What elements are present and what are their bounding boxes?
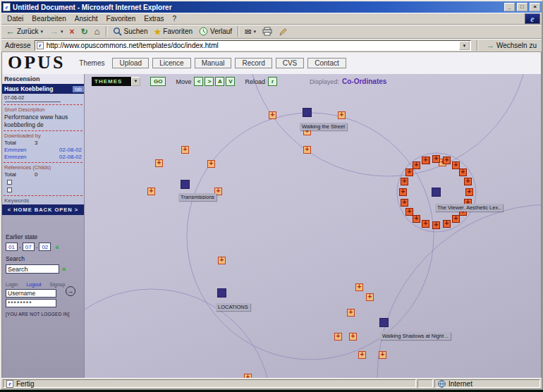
plus-marker[interactable]: + [349,333,357,341]
ring-marker[interactable]: + [399,188,407,196]
plus-marker[interactable]: + [218,257,226,264]
refresh-button[interactable]: ↻ [78,27,91,37]
reference-checkbox[interactable] [7,188,12,192]
move-up-button[interactable]: A [215,77,224,86]
node-label[interactable]: Walking Shadows at Night .. [380,332,451,340]
url-text[interactable]: http://www.opuscommons.net/templates/doc… [47,42,456,49]
node-label[interactable]: The Viewer. Aesthetic Lex.. [435,204,503,212]
search-input[interactable] [6,264,59,274]
search-go-icon[interactable]: « [62,265,66,273]
plus-marker[interactable]: + [303,146,311,154]
themes-dropdown[interactable]: THEMES [92,77,131,86]
move-left-button[interactable]: < [194,77,203,86]
plus-marker[interactable]: + [147,188,155,195]
move-right-button[interactable]: > [205,77,214,86]
menu-hilfe[interactable]: ? [169,13,181,24]
menu-bearbeiten[interactable]: Bearbeiten [28,13,70,24]
theme-node[interactable] [379,318,389,327]
download-user-link[interactable]: Emmzen [4,147,27,153]
home-button[interactable]: ⌂ [92,27,103,37]
ring-marker[interactable]: + [464,178,472,185]
plus-marker[interactable]: + [334,333,342,341]
theme-node[interactable] [181,180,190,189]
maximize-button[interactable]: □ [517,3,527,11]
logout-link[interactable]: Logout [26,282,41,287]
plus-marker[interactable]: + [379,351,386,359]
nav-cvs[interactable]: CVS [276,58,305,68]
plus-marker[interactable]: + [338,111,346,119]
mail-chevron[interactable]: ▾ [253,29,256,35]
ring-marker[interactable]: + [422,220,429,228]
plus-marker[interactable]: + [155,159,163,167]
forward-history-chevron[interactable]: ▾ [61,29,63,35]
back-history-chevron[interactable]: ▾ [41,29,44,35]
menu-ansicht[interactable]: Ansicht [71,13,102,24]
close-button[interactable]: × [530,3,540,11]
back-button[interactable]: ← Zurück ▾ [3,27,46,37]
nav-themes[interactable]: Themes [75,59,109,68]
username-field[interactable] [6,289,56,298]
theme-node[interactable] [217,288,226,298]
ring-marker[interactable]: + [443,220,451,228]
ring-marker[interactable]: + [413,215,420,223]
move-down-button[interactable]: V [226,77,235,86]
ring-marker[interactable]: + [405,169,413,176]
ring-marker[interactable]: + [413,161,420,169]
ring-marker[interactable]: + [465,188,473,196]
go-button[interactable]: GO [150,77,166,86]
date-year-field[interactable] [39,243,51,251]
login-link[interactable]: Login [6,282,18,287]
password-field[interactable] [6,299,56,307]
theme-node[interactable] [432,188,441,197]
theme-node[interactable] [303,108,312,117]
nav-upload[interactable]: Upload [112,58,149,68]
favorites-button[interactable]: ★ Favoriten [151,27,195,37]
nav-manual[interactable]: Manual [195,58,232,68]
plus-marker[interactable]: + [244,374,252,378]
search-button[interactable]: Suchen [110,26,151,37]
plus-marker[interactable]: + [347,309,355,317]
edit-button[interactable] [276,26,290,37]
plus-marker[interactable]: + [269,111,276,119]
forward-button[interactable]: → ▾ [47,27,66,37]
history-button[interactable]: Verlauf [196,26,235,37]
menu-datei[interactable]: Datei [3,13,28,24]
plus-marker[interactable]: + [366,293,374,301]
download-user-link[interactable]: Emmzen [4,154,27,160]
ring-marker[interactable]: + [432,155,440,163]
plus-marker[interactable]: + [355,283,363,291]
login-submit-button[interactable]: → [66,286,75,296]
ring-marker[interactable]: + [422,157,429,164]
wechseln-zu-button[interactable]: → Wechseln zu [484,41,539,49]
reference-checkbox[interactable] [7,180,12,185]
nav-licence[interactable]: Licence [152,58,190,68]
earlier-state-go-icon[interactable]: « [55,243,59,251]
date-month-field[interactable] [23,243,35,251]
ring-marker[interactable]: + [432,221,440,229]
signup-link[interactable]: Signup [50,282,66,287]
minimize-button[interactable]: _ [504,3,515,11]
plus-marker[interactable]: + [358,351,366,359]
stop-button[interactable]: × [67,27,78,37]
reload-button[interactable]: r [268,77,277,86]
node-label[interactable]: LOCATIONS [216,303,250,311]
ring-marker[interactable]: + [401,199,408,207]
nav-contact[interactable]: Contact [307,58,346,68]
themes-dropdown-arrow[interactable]: ▼ [131,77,140,86]
tab-link[interactable]: tab [73,86,84,92]
address-input[interactable]: e http://www.opuscommons.net/templates/d… [35,40,471,51]
node-label[interactable]: Walking the Street [300,123,347,130]
ring-marker[interactable]: + [459,169,467,176]
ring-marker[interactable]: + [443,157,451,164]
nav-record[interactable]: Record [235,58,272,68]
node-label[interactable]: Transmissions [178,193,216,201]
print-button[interactable] [260,26,275,37]
ring-marker[interactable]: + [452,215,460,223]
plus-marker[interactable]: + [207,160,215,168]
date-day-field[interactable] [6,243,18,251]
ring-marker[interactable]: + [401,178,408,185]
menu-favoriten[interactable]: Favoriten [102,13,140,24]
plus-marker[interactable]: + [181,146,189,154]
address-dropdown-button[interactable]: ▼ [459,41,470,50]
ring-marker[interactable]: + [405,208,413,216]
